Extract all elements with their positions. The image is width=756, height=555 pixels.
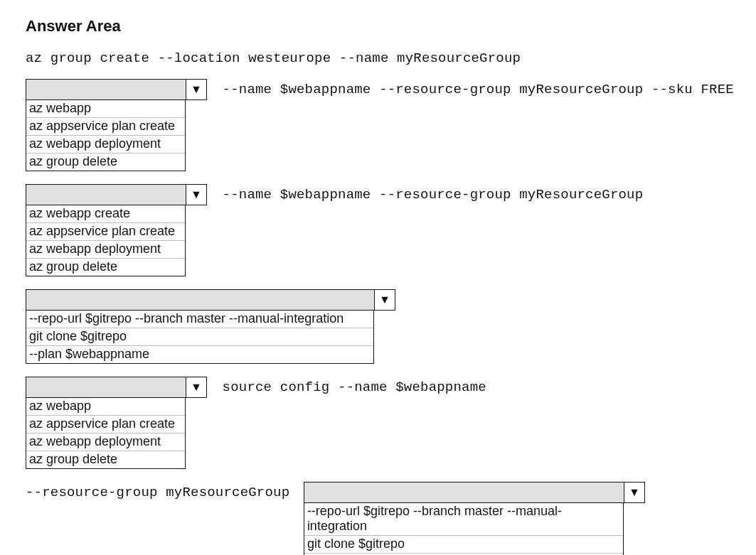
list-item[interactable]: az appservice plan create — [26, 118, 185, 136]
dropdown-2[interactable]: ▼ az webapp create az appservice plan cr… — [26, 184, 207, 276]
dropdown-1[interactable]: ▼ az webapp az appservice plan create az… — [26, 79, 207, 171]
list-item[interactable]: git clone $gitrepo — [26, 328, 373, 346]
dropdown-2-options[interactable]: az webapp create az appservice plan crea… — [26, 205, 186, 276]
dropdown-2-box[interactable] — [26, 184, 186, 205]
list-item[interactable]: az group delete — [26, 259, 185, 276]
list-item[interactable]: --plan $webappname — [26, 346, 373, 363]
chevron-down-icon: ▼ — [191, 382, 202, 393]
list-item[interactable]: az group delete — [26, 153, 185, 171]
dropdown-2-trailing: --name $webappname --resource-group myRe… — [207, 184, 643, 203]
list-item[interactable]: --repo-url $gitrepo --branch master --ma… — [304, 503, 623, 536]
dropdown-3-button[interactable]: ▼ — [374, 289, 395, 311]
dropdown-2-button[interactable]: ▼ — [186, 184, 207, 205]
list-item[interactable]: az appservice plan create — [26, 223, 185, 241]
list-item[interactable]: az group delete — [26, 451, 185, 468]
chevron-down-icon: ▼ — [379, 294, 390, 306]
chevron-down-icon: ▼ — [191, 189, 202, 200]
dropdown-3-options[interactable]: --repo-url $gitrepo --branch master --ma… — [26, 311, 374, 364]
dropdown-4[interactable]: ▼ az webapp az appservice plan create az… — [26, 377, 207, 469]
dropdown-5-prefix: --resource-group myResourceGroup — [26, 482, 304, 500]
dropdown-3-box[interactable] — [26, 289, 374, 311]
list-item[interactable]: az webapp deployment — [26, 433, 185, 451]
command-line-1: az group create --location westeurope --… — [26, 50, 521, 66]
list-item[interactable]: az webapp — [26, 398, 185, 416]
list-item[interactable]: az webapp deployment — [26, 136, 185, 153]
dropdown-5-options[interactable]: --repo-url $gitrepo --branch master --ma… — [304, 503, 624, 555]
dropdown-3[interactable]: ▼ --repo-url $gitrepo --branch master --… — [26, 289, 395, 364]
list-item[interactable]: --repo-url $gitrepo --branch master --ma… — [26, 311, 373, 328]
dropdown-4-button[interactable]: ▼ — [186, 377, 207, 398]
dropdown-1-trailing: --name $webappname --resource-group myRe… — [207, 79, 734, 97]
dropdown-4-options[interactable]: az webapp az appservice plan create az w… — [26, 398, 186, 469]
dropdown-5-button[interactable]: ▼ — [624, 482, 645, 503]
dropdown-4-box[interactable] — [26, 377, 186, 398]
list-item[interactable]: az webapp deployment — [26, 241, 185, 259]
dropdown-1-options[interactable]: az webapp az appservice plan create az w… — [26, 100, 186, 171]
list-item[interactable]: az webapp — [26, 100, 185, 118]
dropdown-5[interactable]: ▼ --repo-url $gitrepo --branch master --… — [304, 482, 645, 555]
list-item[interactable]: az appservice plan create — [26, 416, 185, 433]
answer-area-title: Answer Area — [26, 17, 730, 36]
chevron-down-icon: ▼ — [191, 84, 202, 95]
list-item[interactable]: az webapp create — [26, 205, 185, 223]
list-item[interactable]: git clone $gitrepo — [304, 536, 623, 554]
dropdown-1-box[interactable] — [26, 79, 186, 100]
chevron-down-icon: ▼ — [629, 487, 640, 498]
dropdown-5-box[interactable] — [304, 482, 624, 503]
dropdown-1-button[interactable]: ▼ — [186, 79, 207, 100]
dropdown-4-trailing: source config --name $webappname — [207, 377, 486, 395]
